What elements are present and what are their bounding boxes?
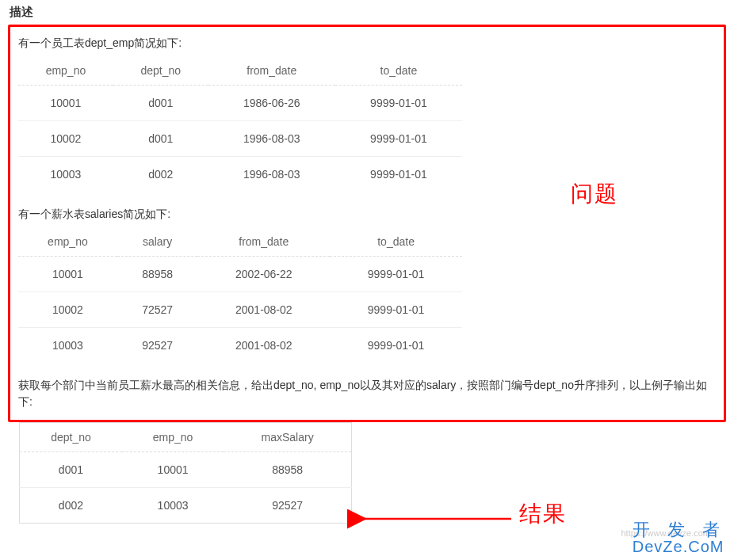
cell: 9999-01-01 [330, 257, 462, 292]
cell: 2002-06-22 [197, 257, 330, 292]
col-header: emp_no [18, 56, 113, 86]
table-row: 10003 d002 1996-08-03 9999-01-01 [18, 157, 462, 192]
cell: d002 [20, 488, 122, 524]
page-title: 描述 [10, 5, 726, 20]
cell: 2001-08-02 [197, 328, 330, 364]
col-header: salary [117, 227, 198, 257]
cell: 10002 [18, 121, 113, 157]
watermark-faint: https://www.devze.com [621, 528, 711, 538]
cell: 1996-08-03 [208, 157, 335, 192]
cell: 9999-01-01 [335, 86, 462, 121]
table-row: 10002 d001 1996-08-03 9999-01-01 [18, 121, 462, 157]
col-header: emp_no [18, 227, 117, 257]
cell: 10001 [18, 86, 113, 121]
col-header: dept_no [113, 56, 208, 86]
cell: d002 [113, 157, 208, 192]
cell: 10001 [18, 257, 117, 292]
page-root: 描述 有一个员工表dept_emp简况如下: emp_no dept_no fr… [0, 0, 734, 560]
watermark-line2: DevZe.CoM [633, 539, 726, 555]
cell: 9999-01-01 [330, 292, 462, 328]
col-header: from_date [208, 56, 335, 86]
problem-box: 有一个员工表dept_emp简况如下: emp_no dept_no from_… [8, 25, 726, 422]
task-text: 获取每个部门中当前员工薪水最高的相关信息，给出dept_no, emp_no以及… [18, 377, 716, 410]
annotation-question: 问题 [571, 179, 618, 209]
col-header: maxSalary [224, 423, 351, 452]
cell: 92527 [224, 488, 351, 524]
result-table: dept_no emp_no maxSalary d001 10001 8895… [19, 422, 352, 524]
table-row: 10001 88958 2002-06-22 9999-01-01 [18, 257, 462, 292]
cell: 88958 [224, 452, 351, 488]
table-row: d001 10001 88958 [20, 452, 352, 488]
cell: d001 [113, 121, 208, 157]
cell: 10002 [18, 292, 117, 328]
col-header: dept_no [20, 423, 122, 452]
table1-intro: 有一个员工表dept_emp简况如下: [18, 35, 716, 51]
cell: 10003 [122, 488, 224, 524]
cell: d001 [20, 452, 122, 488]
salaries-table: emp_no salary from_date to_date 10001 88… [18, 227, 462, 363]
col-header: to_date [335, 56, 462, 86]
table-row: emp_no salary from_date to_date [18, 227, 462, 257]
cell: 1986-06-26 [208, 86, 335, 121]
cell: d001 [113, 86, 208, 121]
col-header: from_date [197, 227, 330, 257]
cell: 72527 [117, 292, 198, 328]
table-row: emp_no dept_no from_date to_date [18, 56, 462, 86]
cell: 10001 [122, 452, 224, 488]
cell: 9999-01-01 [335, 157, 462, 192]
table-row: d002 10003 92527 [20, 488, 352, 524]
cell: 9999-01-01 [330, 328, 462, 364]
cell: 10003 [18, 157, 113, 192]
cell: 9999-01-01 [335, 121, 462, 157]
arrow-icon [357, 511, 515, 527]
result-container: dept_no emp_no maxSalary d001 10001 8895… [19, 422, 726, 524]
col-header: emp_no [122, 423, 224, 452]
dept-emp-table: emp_no dept_no from_date to_date 10001 d… [18, 56, 462, 192]
col-header: to_date [330, 227, 462, 257]
table-row: 10003 92527 2001-08-02 9999-01-01 [18, 328, 462, 364]
table-row: 10001 d001 1986-06-26 9999-01-01 [18, 86, 462, 121]
cell: 92527 [117, 328, 198, 364]
table-row: dept_no emp_no maxSalary [20, 423, 352, 452]
cell: 10003 [18, 328, 117, 364]
annotation-result: 结果 [519, 499, 567, 529]
table-row: 10002 72527 2001-08-02 9999-01-01 [18, 292, 462, 328]
cell: 1996-08-03 [208, 121, 335, 157]
cell: 88958 [117, 257, 198, 292]
cell: 2001-08-02 [197, 292, 330, 328]
